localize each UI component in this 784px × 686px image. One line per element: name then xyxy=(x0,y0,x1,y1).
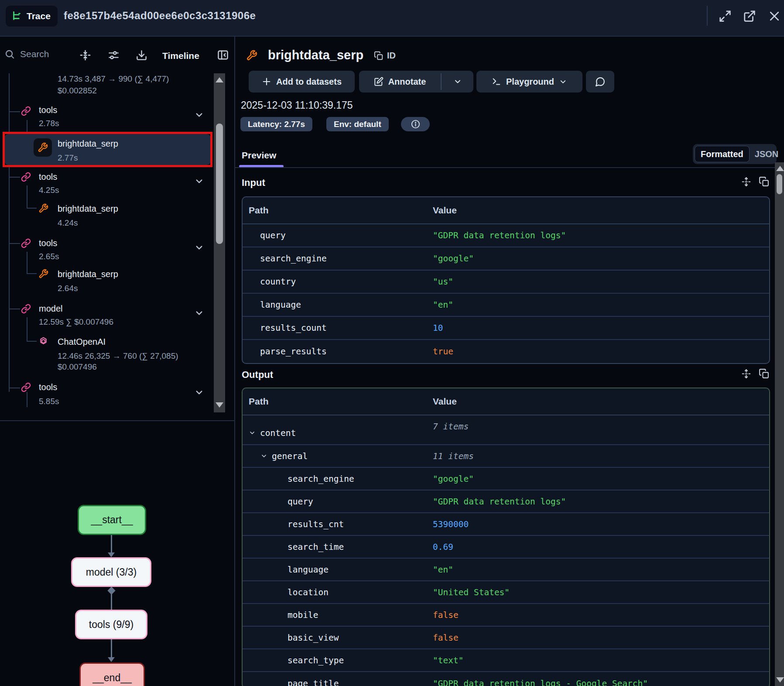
row-value: "text" xyxy=(433,655,463,665)
tree-connector xyxy=(9,309,20,309)
collapse-all-icon[interactable] xyxy=(79,49,91,61)
tree-row-brightdata_serp[interactable]: brightdata_serp xyxy=(58,204,118,214)
table-row[interactable]: search_engine "google" xyxy=(243,247,769,271)
search-input[interactable]: Search xyxy=(4,49,49,59)
input-table: Path Value query "GDPR data retention lo… xyxy=(242,196,770,364)
filter-settings-icon[interactable] xyxy=(108,49,120,61)
table-row[interactable]: country "us" xyxy=(243,271,769,294)
timeline-button[interactable]: Timeline xyxy=(162,51,199,61)
chevron-down-icon[interactable] xyxy=(194,388,204,398)
table-row[interactable]: search_engine "google" xyxy=(243,468,769,490)
annotate-button[interactable]: Annotate xyxy=(359,71,441,93)
main-scroll-up-icon[interactable] xyxy=(776,166,784,171)
tree-row-tools[interactable]: tools xyxy=(39,382,57,392)
playground-button[interactable]: Playground xyxy=(476,71,582,93)
tree-scrollbar-thumb[interactable] xyxy=(216,123,223,244)
tab-preview[interactable]: Preview xyxy=(242,150,276,161)
search-placeholder: Search xyxy=(20,49,49,59)
wrench-badge-icon xyxy=(34,138,52,157)
table-row[interactable]: query "GDPR data retention logs" xyxy=(243,224,769,247)
graph-node-model (3/3)[interactable]: model (3/3) xyxy=(71,557,151,587)
tree-row-cost: $0.007496 xyxy=(58,362,97,372)
toggle-json[interactable]: JSON xyxy=(750,149,784,159)
column-value: Value xyxy=(433,396,457,407)
comments-button[interactable] xyxy=(586,71,614,93)
row-key: query xyxy=(243,230,286,240)
trace-chip-label: Trace xyxy=(27,11,51,21)
wrench-icon xyxy=(38,203,48,213)
collapse-sidebar-icon[interactable] xyxy=(217,49,229,61)
tree-row-brightdata_serp[interactable]: brightdata_serp xyxy=(58,269,118,279)
table-row[interactable]: mobile false xyxy=(243,604,769,627)
graph-node-start[interactable]: __start__ xyxy=(78,505,146,535)
table-row[interactable]: content 7 items xyxy=(243,415,769,445)
chevron-down-icon[interactable] xyxy=(194,176,204,186)
input-section-label: Input xyxy=(242,177,265,189)
graph-arrowhead xyxy=(108,657,115,662)
row-value: 7 items xyxy=(433,422,469,432)
table-row[interactable]: language "en" xyxy=(243,559,769,581)
chevron-down-icon[interactable] xyxy=(194,243,204,253)
table-row[interactable]: query "GDPR data retention logs" xyxy=(243,490,769,513)
table-row[interactable]: page_title "GDPR data retention logs - G… xyxy=(243,672,769,686)
expand-height-icon[interactable] xyxy=(741,176,752,187)
tree-row-stats: $0.002852 xyxy=(58,86,97,96)
table-row[interactable]: basic_view false xyxy=(243,627,769,649)
table-row[interactable]: search_time 0.69 xyxy=(243,536,769,559)
row-value: "google" xyxy=(433,254,474,264)
tree-scroll-down-icon[interactable] xyxy=(216,402,223,408)
tree-row-tools[interactable]: tools xyxy=(39,105,57,115)
tree-row-tools[interactable]: tools xyxy=(39,238,57,248)
download-icon[interactable] xyxy=(136,49,147,61)
row-key: page_title xyxy=(243,679,339,686)
tree-row-brightdata_serp[interactable]: brightdata_serp xyxy=(58,139,118,149)
chain-link-icon xyxy=(21,304,31,314)
fullscreen-icon[interactable] xyxy=(719,10,733,24)
expand-height-icon[interactable] xyxy=(741,368,752,379)
tree-row-model[interactable]: model xyxy=(39,304,62,314)
chevron-down-icon[interactable] xyxy=(260,453,267,460)
tree-connector xyxy=(9,243,20,244)
main-scrollbar-thumb[interactable] xyxy=(777,174,782,194)
chevron-down-icon[interactable] xyxy=(194,110,204,120)
tree-row-duration: 2.64s xyxy=(58,284,78,293)
chevron-down-icon[interactable] xyxy=(249,429,256,436)
copy-icon[interactable] xyxy=(759,368,770,379)
annotate-dropdown-button[interactable] xyxy=(442,71,473,93)
tree-scroll-up-icon[interactable] xyxy=(216,77,223,82)
plus-icon xyxy=(262,77,271,86)
trace-tree-icon xyxy=(11,10,22,22)
table-row[interactable]: general 11 items xyxy=(243,445,769,468)
tree-connector xyxy=(27,392,27,407)
copy-icon xyxy=(374,51,383,61)
toggle-formatted[interactable]: Formatted xyxy=(695,146,750,162)
format-toggle: Formatted JSON xyxy=(693,144,777,164)
info-button[interactable] xyxy=(401,117,430,131)
main-scroll-down-icon[interactable] xyxy=(776,677,784,683)
info-icon xyxy=(411,119,421,129)
search-icon xyxy=(4,49,15,59)
table-row[interactable]: results_cnt 5390000 xyxy=(243,513,769,536)
graph-edge xyxy=(111,639,112,658)
table-row[interactable]: parse_results true xyxy=(243,340,769,363)
graph-node-end[interactable]: __end__ xyxy=(79,662,145,686)
top-bar: Trace fe8e157b4e54ad00ee6e0c3c3131906e xyxy=(0,0,784,37)
trace-chip[interactable]: Trace xyxy=(6,6,58,27)
table-row[interactable]: search_type "text" xyxy=(243,649,769,672)
table-row[interactable]: location "United States" xyxy=(243,581,769,604)
table-row[interactable]: language "en" xyxy=(243,294,769,317)
tree-row-ChatOpenAI[interactable]: ChatOpenAI xyxy=(58,337,106,347)
table-row[interactable]: results_count 10 xyxy=(243,317,769,340)
chevron-down-icon[interactable] xyxy=(194,308,204,318)
tree-row-tools[interactable]: tools xyxy=(39,172,57,182)
add-to-datasets-button[interactable]: Add to datasets xyxy=(249,71,355,93)
main-scrollbar-track[interactable] xyxy=(775,162,784,686)
latency-badge: Latency: 2.77s xyxy=(240,117,312,131)
tree-connector xyxy=(9,177,20,178)
graph-node-tools (9/9)[interactable]: tools (9/9) xyxy=(75,610,147,639)
open-external-icon[interactable] xyxy=(743,10,757,24)
close-icon[interactable] xyxy=(768,10,782,24)
copy-icon[interactable] xyxy=(759,176,770,187)
tree-row-duration: 5.85s xyxy=(39,397,59,406)
copy-id-button[interactable]: ID xyxy=(374,51,396,61)
